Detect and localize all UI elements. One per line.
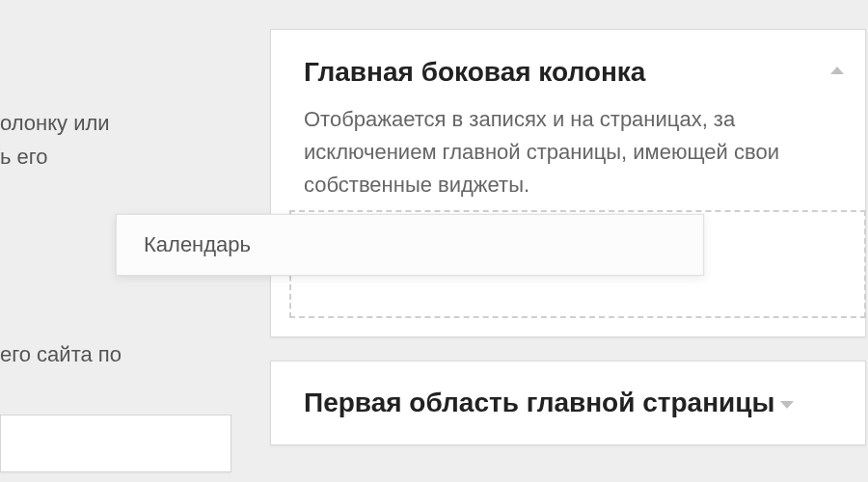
- sidebar-area-main-title: Главная боковая колонка: [271, 30, 865, 103]
- expand-down-icon[interactable]: [780, 401, 794, 409]
- instruction-text-fragment-1: олонку или ь его: [0, 106, 251, 174]
- instruction-line-2: ь его: [0, 145, 48, 169]
- instruction-line-1: олонку или: [0, 111, 110, 135]
- dragged-widget-calendar[interactable]: Календарь: [116, 214, 704, 276]
- instruction-text-fragment-2: его сайта по: [0, 337, 251, 371]
- available-widget-placeholder[interactable]: [0, 415, 231, 472]
- sidebar-area-main-description: Отображается в записях и на страницах, з…: [271, 103, 865, 201]
- sidebar-area-front-first-title-text: Первая область главной страницы: [304, 388, 774, 417]
- sidebar-area-front-first[interactable]: Первая область главной страницы: [270, 361, 866, 445]
- sidebar-area-front-first-title: Первая область главной страницы: [271, 388, 865, 418]
- dragged-widget-label: Календарь: [144, 232, 251, 257]
- collapse-up-icon[interactable]: [830, 67, 844, 74]
